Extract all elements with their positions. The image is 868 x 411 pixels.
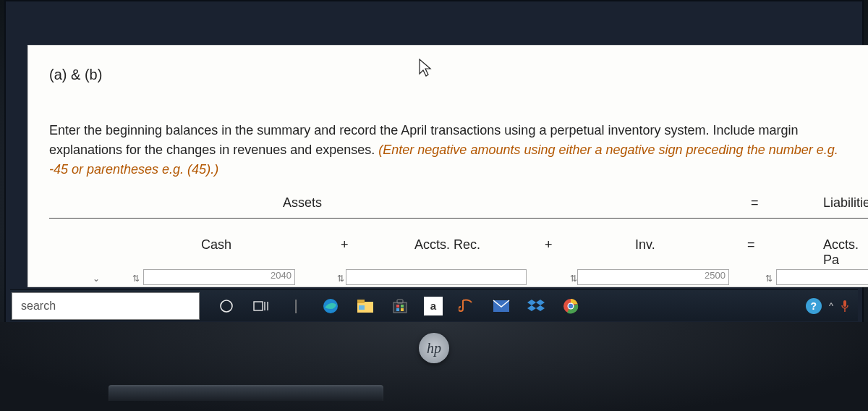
microsoft-store-icon[interactable] [389, 295, 411, 317]
chevron-up-icon[interactable]: ^ [829, 300, 833, 311]
chrome-icon[interactable] [560, 295, 582, 317]
edge-icon[interactable] [320, 295, 341, 317]
svg-rect-11 [401, 305, 404, 308]
search-input[interactable]: search [12, 292, 200, 320]
table-column-header-row: Cash + Accts. Rec. + Inv. = Accts. Pa [49, 232, 868, 263]
cash-input[interactable]: 2040 [143, 269, 295, 285]
svg-rect-12 [396, 308, 399, 311]
dropbox-icon[interactable] [525, 295, 547, 317]
laptop-hinge [109, 385, 383, 401]
groove-icon[interactable] [456, 295, 477, 317]
help-icon[interactable]: ? [806, 298, 822, 314]
file-explorer-icon[interactable] [354, 295, 376, 317]
part-label: (a) & (b) [49, 67, 102, 83]
svg-rect-6 [357, 300, 365, 303]
equals-header: = [751, 195, 759, 211]
sort-icon[interactable]: ⇅ [132, 274, 140, 284]
table-group-header-row: Assets = Liabilitie [49, 190, 868, 219]
amazon-icon[interactable]: a [424, 297, 443, 315]
cortana-icon[interactable] [216, 295, 237, 317]
microphone-icon[interactable] [841, 300, 849, 313]
liabilities-header: Liabilitie [823, 195, 868, 211]
table-value-row: ⌄ ⇅ 2040 ⇅ ⇅ 2500 ⇅ [49, 269, 868, 287]
task-view-icon[interactable] [250, 295, 272, 317]
screen-frame: (a) & (b) Enter the beginning balances i… [4, 0, 864, 322]
caret-icon: ⌄ [93, 274, 100, 284]
balance-table: Assets = Liabilitie Cash + Accts. Rec. +… [49, 190, 868, 287]
col-inv: Inv. [635, 237, 655, 253]
search-placeholder: search [21, 300, 56, 313]
svg-point-17 [569, 303, 573, 308]
taskbar-right: ? ^ [806, 298, 849, 314]
col-plus-1: + [341, 237, 349, 253]
assets-header: Assets [49, 195, 556, 211]
taskbar: search | a [10, 289, 858, 321]
col-plus-2: + [545, 237, 553, 253]
svg-rect-18 [843, 300, 846, 307]
accts-pay-input[interactable] [776, 269, 868, 285]
sort-icon[interactable]: ⇅ [570, 274, 577, 284]
col-accts-rec: Accts. Rec. [414, 237, 480, 253]
hp-logo: hp [419, 333, 449, 363]
svg-point-0 [221, 300, 232, 312]
accts-rec-input[interactable] [346, 269, 527, 285]
inv-input[interactable]: 2500 [577, 269, 729, 285]
svg-rect-10 [396, 305, 399, 308]
divider-icon: | [285, 295, 307, 317]
svg-rect-8 [393, 302, 407, 313]
svg-rect-7 [359, 305, 365, 310]
content-panel: (a) & (b) Enter the beginning balances i… [27, 45, 868, 287]
sort-icon[interactable]: ⇅ [337, 274, 344, 284]
col-cash: Cash [201, 237, 231, 253]
taskbar-icons: | a [216, 295, 582, 317]
sort-icon[interactable]: ⇅ [765, 274, 773, 284]
instructions: Enter the beginning balances in the summ… [49, 121, 848, 179]
mail-icon[interactable] [490, 295, 512, 317]
svg-rect-13 [401, 308, 404, 311]
col-equals: = [747, 237, 755, 253]
col-accts-pay: Accts. Pa [823, 237, 868, 268]
svg-rect-1 [254, 302, 263, 310]
